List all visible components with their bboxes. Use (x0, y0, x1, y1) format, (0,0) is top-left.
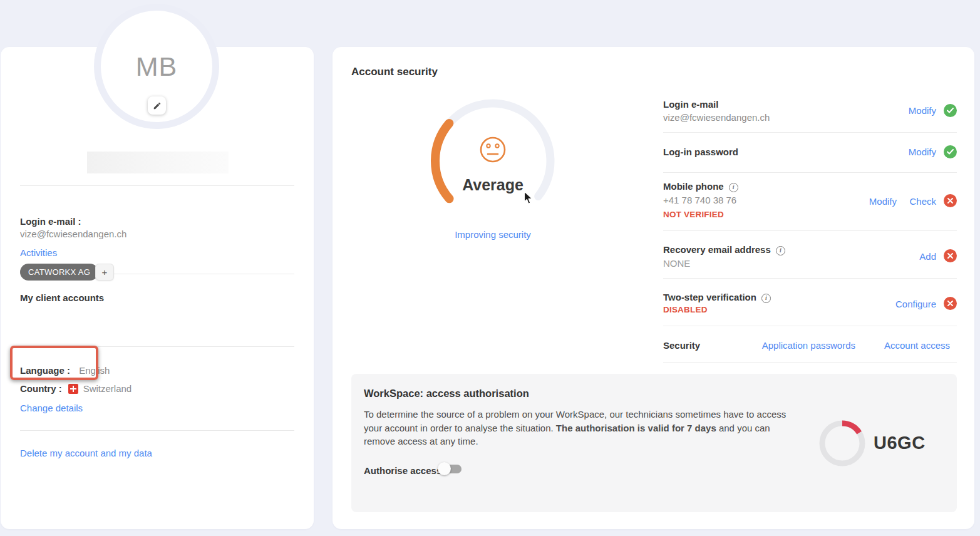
row-label: Security (663, 340, 700, 351)
info-icon[interactable]: i (729, 183, 738, 192)
delete-account-link[interactable]: Delete my account and my data (20, 448, 152, 458)
account-access-link[interactable]: Account access (884, 340, 950, 351)
row-warning: DISABLED (663, 305, 708, 314)
country-label: Country : (20, 383, 62, 394)
divider (20, 346, 294, 347)
workspace-authorisation-box: WorkSpace: access authorisation To deter… (351, 374, 957, 512)
login-email-value: vize@fcwiesendangen.ch (20, 229, 126, 239)
security-gauge: Average (424, 92, 562, 230)
edit-avatar-button[interactable] (148, 96, 166, 115)
account-security-panel: Account security Average Improving secur… (333, 47, 974, 529)
divider (663, 172, 957, 173)
neutral-face-icon (479, 136, 507, 163)
client-accounts-label: My client accounts (20, 292, 104, 303)
authorise-access-toggle[interactable] (438, 462, 463, 476)
row-warning: NOT VERIFIED (663, 210, 724, 219)
divider (20, 430, 294, 431)
change-details-link[interactable]: Change details (20, 403, 83, 413)
language-label: Language : (20, 365, 70, 376)
error-status-icon (944, 297, 957, 310)
configure-two-step-link[interactable]: Configure (895, 299, 936, 309)
workspace-description-bold: The authorisation is valid for 7 days (556, 423, 716, 433)
row-label: Two-step verificationi (663, 292, 771, 303)
pencil-icon (153, 101, 162, 110)
authorise-access-label: Authorise access (364, 465, 441, 476)
row-label: Recovery email addressi (663, 244, 785, 255)
row-label-text: Recovery email address (663, 244, 771, 255)
divider (20, 185, 294, 186)
add-account-button[interactable]: + (95, 264, 114, 281)
row-value: vize@fcwiesendangen.ch (663, 112, 770, 123)
access-code-ring (817, 418, 867, 468)
workspace-description: To determine the source of a problem on … (364, 408, 796, 448)
user-name-redacted (87, 152, 229, 173)
info-icon[interactable]: i (776, 246, 785, 255)
info-icon[interactable]: i (761, 294, 771, 303)
check-phone-link[interactable]: Check (909, 196, 936, 207)
add-recovery-email-link[interactable]: Add (919, 251, 936, 262)
login-email-label: Login e-mail : (20, 216, 81, 227)
country-row: Country :Switzerland (20, 383, 132, 394)
ok-status-icon (944, 145, 957, 158)
divider (663, 326, 957, 326)
row-label: Login e-mail (663, 99, 718, 110)
improving-security-link[interactable]: Improving security (424, 229, 562, 240)
row-value: +41 78 740 38 76 (663, 195, 736, 205)
divider (663, 132, 957, 133)
modify-login-email-link[interactable]: Modify (909, 105, 936, 116)
client-account-chip[interactable]: CATWORKX AG (20, 264, 98, 281)
modify-password-link[interactable]: Modify (909, 147, 936, 157)
country-value: Switzerland (83, 383, 132, 394)
ok-status-icon (944, 104, 957, 117)
access-code: U6GC (874, 433, 926, 453)
row-label-text: Two-step verification (663, 292, 756, 302)
divider (663, 362, 957, 363)
panel-title: Account security (351, 66, 438, 78)
language-value: English (79, 365, 110, 376)
security-rating: Average (424, 176, 562, 194)
divider (663, 278, 957, 279)
error-status-icon (944, 194, 957, 207)
row-value: NONE (663, 258, 690, 269)
modify-phone-link[interactable]: Modify (869, 196, 897, 207)
language-row: Language : English (20, 365, 110, 376)
swiss-flag-icon (68, 384, 78, 394)
activities-link[interactable]: Activities (20, 247, 57, 258)
toggle-knob (438, 462, 451, 475)
row-label: Mobile phonei (663, 181, 738, 192)
divider (663, 230, 957, 231)
row-label-text: Mobile phone (663, 181, 724, 192)
row-label: Log-in password (663, 147, 738, 157)
application-passwords-link[interactable]: Application passwords (762, 340, 855, 351)
workspace-title: WorkSpace: access authorisation (364, 388, 529, 399)
error-status-icon (944, 249, 957, 262)
